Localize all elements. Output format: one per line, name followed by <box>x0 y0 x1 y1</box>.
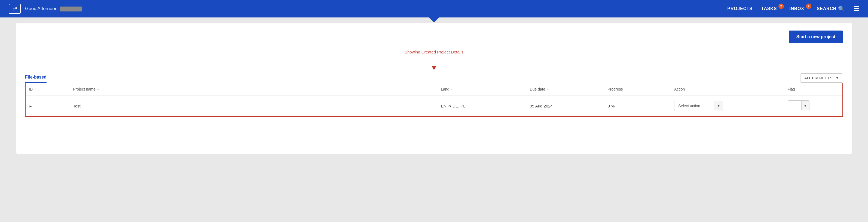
search-icon: 🔍 <box>838 5 845 12</box>
cell-progress: 0 % <box>604 95 671 117</box>
annotation-arrow <box>432 56 436 70</box>
col-header-due: Due date ▿ <box>527 83 604 95</box>
flag-chevron-icon: ▼ <box>801 101 809 110</box>
cell-action: Select action ▼ <box>671 95 784 117</box>
greeting-text: Good Afternoon, <box>25 6 82 11</box>
arrow-line <box>434 56 434 66</box>
filter-icon-lang[interactable]: ▿ <box>451 87 453 91</box>
flag-label: — <box>788 101 801 111</box>
logo: TU <box>9 4 21 13</box>
table-header-row: ID ↓ ▿ Project name ▿ Lang <box>25 83 843 95</box>
projects-filter-dropdown[interactable]: ALL PROJECTS ▼ <box>800 73 843 83</box>
select-action-label: Select action <box>674 101 714 111</box>
tabs-filter-row: File-based ALL PROJECTS ▼ <box>25 73 843 83</box>
col-header-progress: Progress <box>604 83 671 95</box>
filter-icon-id[interactable]: ▿ <box>38 87 39 91</box>
col-header-id: ID ↓ ▿ <box>25 83 70 95</box>
content-card: Start a new project Showing Created Proj… <box>16 23 852 154</box>
tab-file-based[interactable]: File-based <box>25 75 46 83</box>
filter-icon-due[interactable]: ▿ <box>547 87 549 91</box>
filter-icon-project[interactable]: ▿ <box>97 87 99 91</box>
start-project-button[interactable]: Start a new project <box>789 31 843 43</box>
nav-inbox[interactable]: INBOX 2 <box>789 6 808 11</box>
cell-id: ► <box>25 95 70 117</box>
header: TU Good Afternoon, PROJECTS TASKS 2 INBO… <box>0 0 868 18</box>
tasks-badge: 2 <box>778 4 784 9</box>
col-header-action: Action <box>671 83 784 95</box>
nav-search[interactable]: SEARCH 🔍 <box>817 5 845 12</box>
cell-project-name: Test <box>70 95 438 117</box>
select-action-chevron-icon: ▼ <box>714 101 723 110</box>
col-header-project: Project name ▿ <box>70 83 438 95</box>
table-row: ► Test EN -> DE, PL 05 Aug 2024 0 % Sele… <box>25 95 843 117</box>
flag-dropdown[interactable]: — ▼ <box>788 100 809 111</box>
expand-icon[interactable]: ► <box>29 104 32 108</box>
chevron-down-icon: ▼ <box>836 76 839 80</box>
cell-lang: EN -> DE, PL <box>438 95 527 117</box>
username <box>60 6 82 11</box>
sort-icon: ↓ <box>34 87 36 91</box>
select-action-dropdown[interactable]: Select action ▼ <box>674 101 723 111</box>
cell-flag: — ▼ <box>784 95 843 117</box>
header-nav: PROJECTS TASKS 2 INBOX 2 SEARCH 🔍 ☰ <box>727 5 859 12</box>
arrow-head <box>432 66 436 70</box>
cell-due-date: 05 Aug 2024 <box>527 95 604 117</box>
nav-tasks[interactable]: TASKS 2 <box>761 6 781 11</box>
hamburger-icon[interactable]: ☰ <box>854 5 859 12</box>
projects-filter-label: ALL PROJECTS <box>804 76 832 80</box>
annotation-text: Showing Created Project Details <box>405 50 463 54</box>
inbox-badge: 2 <box>806 4 811 9</box>
col-header-lang: Lang ▿ <box>438 83 527 95</box>
col-header-flag: Flag <box>784 83 843 95</box>
main-content: Start a new project Showing Created Proj… <box>0 18 868 165</box>
annotation-area: Showing Created Project Details <box>25 50 843 70</box>
header-arrow <box>429 18 439 22</box>
nav-projects[interactable]: PROJECTS <box>727 6 752 11</box>
projects-table: ID ↓ ▿ Project name ▿ Lang <box>25 83 843 117</box>
top-bar: Start a new project <box>25 31 843 43</box>
header-left: TU Good Afternoon, <box>9 4 82 13</box>
